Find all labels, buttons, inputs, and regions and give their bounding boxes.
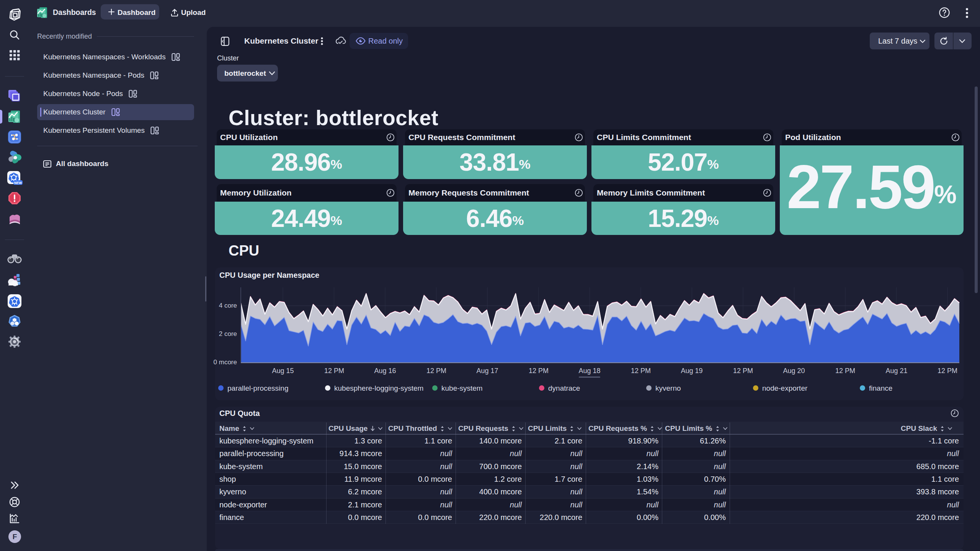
svg-text:NEW: NEW bbox=[14, 181, 22, 185]
